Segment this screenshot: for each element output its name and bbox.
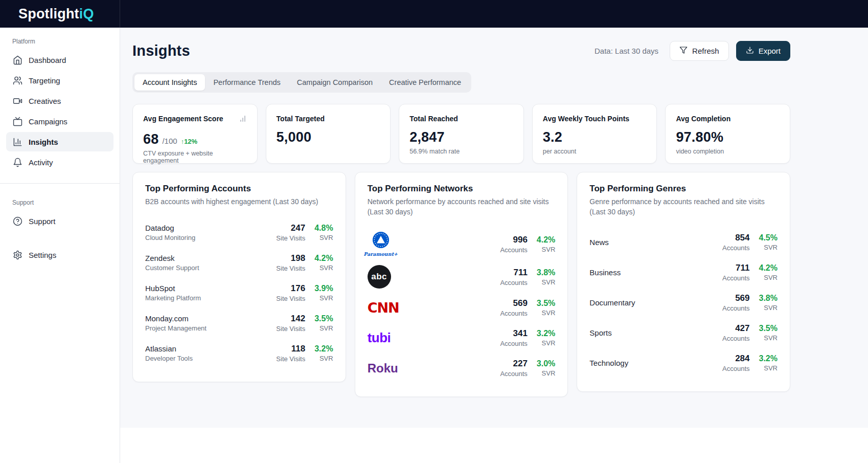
account-category: Project Management (145, 324, 267, 332)
svr-value: 3.8% (759, 294, 778, 303)
kpi-value: 5,000 (277, 129, 312, 145)
genre-row: Business 711Accounts 4.2%SVR (589, 257, 778, 288)
sidebar-item-activity[interactable]: Activity (6, 152, 113, 172)
export-button[interactable]: Export (736, 41, 790, 61)
sidebar-item-insights[interactable]: Insights (6, 132, 113, 151)
kpi-card-completion: Avg Completion 97.80% video completion (665, 104, 790, 164)
accounts-label: Accounts (500, 246, 527, 254)
refresh-button[interactable]: Refresh (670, 41, 729, 61)
kpi-value-suffix: /100 (162, 137, 177, 145)
accounts-label: Accounts (500, 279, 527, 286)
svr-value: 3.2% (537, 329, 555, 338)
help-circle-icon (12, 216, 22, 226)
accounts-label: Accounts (500, 340, 527, 347)
network-row: tubi 341Accounts 3.2%SVR (368, 323, 556, 353)
filter-icon (679, 46, 688, 56)
svr-label: SVR (314, 234, 333, 241)
kpi-card-engagement: Avg Engagement Score 68 /100 ↑12% CTV ex… (132, 104, 258, 164)
tubi-wordmark: tubi (368, 330, 391, 346)
network-row: Paramount+ 996Accounts 4.2%SVR (368, 227, 556, 261)
sidebar-item-label: Dashboard (29, 56, 66, 64)
svr-value: 3.5% (759, 324, 778, 333)
sidebar-item-label: Settings (29, 251, 56, 259)
users-icon (12, 75, 22, 85)
site-visits-value: 198 (276, 253, 305, 263)
site-visits-value: 118 (276, 344, 305, 354)
sidebar-item-support[interactable]: Support (6, 211, 113, 231)
account-row: AtlassianDeveloper Tools 118Site Visits … (145, 338, 333, 368)
abc-logo: abc (368, 265, 491, 289)
svr-value: 3.2% (314, 344, 333, 354)
panel-title: Top Performing Networks (368, 184, 556, 194)
account-row: DatadogCloud Monitoring 247Site Visits 4… (145, 217, 333, 248)
bar-chart-icon (12, 137, 22, 147)
accounts-label: Accounts (500, 310, 527, 317)
abc-wordmark: abc (368, 265, 391, 289)
genre-row: News 854Accounts 4.5%SVR (589, 227, 778, 257)
paramount-plus-logo: Paramount+ (368, 231, 491, 257)
svr-label: SVR (759, 274, 778, 281)
cnn-logo: CNN (368, 300, 491, 316)
sidebar-item-campaigns[interactable]: Campaigns (6, 112, 113, 131)
accounts-value: 427 (722, 323, 749, 334)
kpi-title: Avg Weekly Touch Points (543, 115, 629, 123)
accounts-label: Accounts (722, 274, 749, 282)
sidebar-section-support: Support (6, 196, 113, 211)
paramount-mountain-icon (372, 231, 390, 251)
account-category: Developer Tools (145, 355, 267, 362)
brand-name-primary: Spotlight (18, 6, 79, 21)
sidebar-item-creatives[interactable]: Creatives (6, 91, 113, 111)
panel-title: Top Performing Accounts (145, 184, 333, 194)
kpi-value: 2,847 (409, 129, 445, 145)
brand-name-accent: iQ (79, 6, 94, 21)
kpi-card-touch-points: Avg Weekly Touch Points 3.2 per account (532, 104, 657, 164)
kpi-card-reached: Total Reached 2,847 56.9% match rate (399, 104, 524, 164)
accounts-value: 711 (500, 268, 527, 278)
sidebar-item-settings[interactable]: Settings (6, 245, 113, 264)
top-genres-panel: Top Performing Genres Genre performance … (577, 172, 790, 392)
sidebar-spacer (6, 232, 113, 245)
genre-row: Technology 284Accounts 3.2%SVR (589, 348, 778, 378)
page-title: Insights (132, 42, 190, 59)
tab-performance-trends[interactable]: Performance Trends (205, 74, 288, 91)
tab-campaign-comparison[interactable]: Campaign Comparison (289, 74, 381, 91)
top-networks-panel: Top Performing Networks Network performa… (355, 172, 568, 397)
site-visits-label: Site Visits (276, 264, 305, 272)
accounts-value: 569 (500, 298, 527, 308)
svr-label: SVR (759, 304, 778, 312)
svr-value: 3.5% (314, 314, 333, 323)
panel-subtitle: B2B accounts with highest engagement (La… (145, 197, 333, 207)
accounts-value: 341 (500, 328, 527, 339)
genre-name: Sports (589, 328, 713, 337)
svr-label: SVR (314, 294, 333, 302)
account-row: Monday.comProject Management 142Site Vis… (145, 308, 333, 338)
brand-logo[interactable]: SpotlightiQ (18, 6, 94, 22)
tab-account-insights[interactable]: Account Insights (134, 74, 205, 91)
svr-label: SVR (314, 355, 333, 362)
sidebar: Platform Dashboard Targeting Creatives C… (0, 28, 120, 463)
kpi-subtitle: CTV exposure + website engagement (143, 150, 247, 164)
kpi-title: Avg Engagement Score (143, 115, 223, 123)
svr-label: SVR (314, 324, 333, 332)
svr-label: SVR (759, 244, 778, 251)
account-name: Datadog (145, 224, 267, 232)
svr-label: SVR (759, 364, 778, 372)
account-name: Zendesk (145, 254, 267, 262)
account-name: HubSpot (145, 284, 267, 293)
svr-value: 4.2% (759, 263, 778, 273)
kpi-title: Total Reached (409, 115, 458, 123)
genre-row: Sports 427Accounts 3.5%SVR (589, 318, 778, 348)
sidebar-item-dashboard[interactable]: Dashboard (6, 50, 113, 70)
site-visits-value: 176 (276, 283, 305, 294)
accounts-label: Accounts (722, 365, 749, 372)
network-row: CNN 569Accounts 3.5%SVR (368, 293, 556, 323)
accounts-value: 854 (722, 233, 749, 243)
sidebar-item-label: Activity (29, 158, 53, 167)
tab-creative-performance[interactable]: Creative Performance (381, 74, 469, 91)
kpi-value: 3.2 (543, 129, 562, 145)
main-content: Insights Data: Last 30 days Refresh Expo… (120, 28, 868, 428)
sidebar-item-label: Campaigns (29, 117, 67, 126)
genre-name: Documentary (589, 298, 713, 307)
home-icon (12, 55, 22, 65)
sidebar-item-targeting[interactable]: Targeting (6, 71, 113, 90)
